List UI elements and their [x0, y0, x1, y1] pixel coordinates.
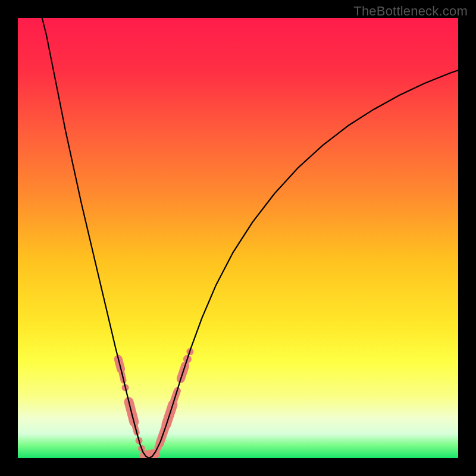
plot-area [18, 18, 458, 458]
chart-frame: TheBottleneck.com [0, 0, 476, 476]
curve-right-branch [149, 70, 458, 458]
curve-layer [18, 18, 458, 458]
curve-left-branch [42, 18, 149, 458]
watermark-label: TheBottleneck.com [353, 4, 468, 19]
